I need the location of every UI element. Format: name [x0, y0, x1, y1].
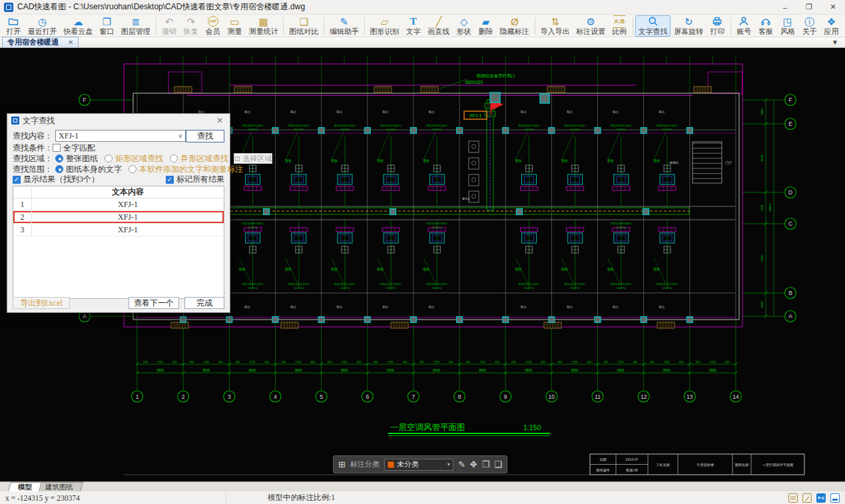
view-next-button[interactable]: 查看下一个 [129, 297, 179, 309]
close-icon[interactable]: ✕ [821, 0, 845, 15]
annotation-settings-label: 标注设置 [576, 27, 605, 36]
toolbar-about-button[interactable]: ⓘ关于 [798, 15, 820, 37]
whole-drawing-label: 整张图纸 [66, 153, 98, 164]
markup-doc-icon[interactable] [802, 493, 812, 503]
drawing-text-label: 图纸本身的文字 [66, 164, 122, 175]
svg-text:600: 600 [511, 360, 516, 364]
display-icon[interactable] [830, 493, 840, 503]
doc-tab-active[interactable]: 专用宿舍楼暖通 ✕ [2, 37, 79, 47]
result-row[interactable]: 3 XFJ-1 [13, 224, 224, 236]
toolbar-draw-line-button[interactable]: ╱画直线 [424, 15, 453, 37]
radio-drawing-text[interactable] [55, 165, 63, 173]
radio-poly-region[interactable] [170, 154, 178, 162]
toolbar-recent-open-button[interactable]: ◷最近打开 [25, 15, 61, 37]
p0-badge-icon[interactable]: P-0 [816, 493, 826, 503]
toolbar-delete-button[interactable]: ▰删除 [475, 15, 497, 37]
whole-word-checkbox[interactable] [53, 144, 61, 152]
tab-close-icon[interactable]: ✕ [68, 39, 73, 46]
toolbar-apps-button[interactable]: ❖应用 [820, 15, 842, 37]
toolbar-shape-recognition-button[interactable]: ▱图形识别 [367, 15, 403, 37]
toolbar-scale-button[interactable]: A:B比例 [609, 15, 631, 37]
scale-icon: A:B [613, 16, 625, 27]
tab-list-filter-icon[interactable]: ▼ [832, 39, 838, 46]
toolbar-screen-rotate-button[interactable]: ↻屏幕旋转 [671, 15, 706, 37]
maximize-icon[interactable]: ❐ [797, 0, 821, 15]
select-region-button[interactable]: ⊡ 选择区域 [234, 153, 272, 164]
minimize-icon[interactable]: – [773, 0, 797, 15]
toolbar-text-button[interactable]: T文字 [402, 15, 424, 37]
toolbar-style-button[interactable]: ◳风格 [776, 15, 798, 37]
export-excel-button[interactable]: 导出到Excel [13, 297, 70, 309]
dialog-close-icon[interactable]: ✕ [214, 116, 226, 126]
toolbar-text-search-button[interactable]: 文字查找 [635, 15, 671, 37]
toolbar-cloud-drive-button[interactable]: ☁快看云盘 [60, 15, 96, 37]
text-search-label: 文字查找 [639, 27, 668, 36]
svg-text:1:150: 1:150 [523, 423, 541, 431]
vip-icon: VIP [208, 16, 218, 27]
region-label: 查找区域： [13, 153, 53, 164]
annotation-move-icon[interactable]: ✥ [470, 459, 477, 469]
result-row-selected[interactable]: 2 XFJ-1 [13, 211, 224, 224]
toolbar-edit-assistant-button[interactable]: ✎编辑助手 [326, 15, 362, 37]
mark-all-checkbox[interactable]: ✓ [166, 176, 174, 184]
combo-caret-icon[interactable]: ∨ [178, 132, 182, 139]
svg-text:宿舍: 宿舍 [331, 158, 338, 162]
toolbar-undo-button[interactable]: ↶撤销 [158, 15, 180, 37]
toolbar-import-export-button[interactable]: ⇅导入导出 [537, 15, 573, 37]
toolbar-layer-manager-button[interactable]: ≣图层管理 [118, 15, 154, 37]
search-input[interactable]: XFJ-1 ∨ [55, 130, 186, 142]
svg-text:宿舍: 宿舍 [607, 267, 614, 271]
svg-text:一层空调风管平面图: 一层空调风管平面图 [390, 423, 465, 432]
rect-region-label: 矩形区域查找 [115, 153, 163, 164]
sheet-tab-arch[interactable]: 建筑图纸 [35, 482, 83, 491]
radio-rect-region[interactable] [105, 154, 113, 162]
done-button[interactable]: 完成 [184, 297, 224, 309]
toolbar-redo-button[interactable]: ↷恢复 [180, 15, 202, 37]
svg-text:阳台: 阳台 [567, 306, 573, 309]
svg-text:宿舍: 宿舍 [515, 267, 522, 271]
toolbar-annotation-settings-button[interactable]: ⚙标注设置 [573, 15, 609, 37]
dialog-title-bar[interactable]: 文字查找 ✕ [7, 114, 230, 127]
toolbar-print-button[interactable]: 打印 [706, 15, 728, 37]
whole-word-label: 全字匹配 [63, 142, 95, 154]
find-button[interactable]: 查找 [186, 130, 224, 142]
select-region-icon: ⊡ [234, 154, 240, 163]
svg-text:阳台: 阳台 [429, 306, 435, 309]
svg-text:阳台: 阳台 [567, 111, 573, 114]
sheet-tab-model[interactable]: 模型 [8, 482, 42, 491]
svg-text:1750: 1750 [203, 360, 210, 364]
svg-text:4: 4 [274, 393, 277, 400]
toolbar-vip-button[interactable]: VIP会员 [202, 15, 224, 37]
toolbar-support-button[interactable]: 客服 [755, 15, 777, 37]
toolbar-window-button[interactable]: ❒窗口 [96, 15, 118, 37]
toolbar-measure-button[interactable]: ▭测量 [224, 15, 246, 37]
result-row[interactable]: 1 XFJ-1 [13, 198, 224, 211]
annotation-edit-icon[interactable]: ✎ [458, 459, 465, 469]
toolbar-open-button[interactable]: 打开 [3, 15, 25, 37]
drawing-canvas[interactable]: 双层活动百叶送风口600X750宿舍阳台双层活动百叶送风口600X750宿舍阳台… [0, 48, 845, 481]
toolbar-account-button[interactable]: 账号 [733, 15, 755, 37]
import-export-icon: ⇅ [551, 16, 559, 27]
annotation-copy-icon[interactable]: ❐ [482, 459, 490, 469]
svg-text:600: 600 [311, 360, 316, 364]
toolbar-measure-stats-button[interactable]: ▦测量统计 [246, 15, 282, 37]
radio-whole-drawing[interactable] [55, 154, 63, 162]
radio-added-text[interactable] [129, 165, 137, 173]
show-results-checkbox[interactable]: ✓ [13, 176, 21, 184]
toolbar-drawing-compare-button[interactable]: ❏图纸对比 [286, 15, 322, 37]
svg-text:阳台: 阳台 [336, 111, 342, 114]
svg-text:宿舍: 宿舍 [239, 267, 246, 271]
svg-text:3600: 3600 [387, 368, 394, 372]
svg-text:600X750: 600X750 [617, 287, 626, 290]
svg-text:5400: 5400 [760, 255, 764, 262]
svg-text:双层活动百叶送风口: 双层活动百叶送风口 [565, 282, 586, 286]
toolbar-hide-annotations-button[interactable]: Ø隐藏标注 [497, 15, 533, 37]
annotation-grid-icon[interactable]: ⊞ [338, 459, 346, 469]
svg-text:16800: 16800 [768, 204, 772, 212]
annotation-paste-icon[interactable]: ❏ [494, 459, 502, 469]
svg-text:600X750: 600X750 [432, 287, 441, 290]
toolbar-shapes-button[interactable]: ◇形状 [453, 15, 475, 37]
annotation-category-dropdown[interactable]: 未分类 ▾ [384, 459, 453, 471]
svg-text:阳台: 阳台 [383, 306, 389, 309]
pdf-doc-icon[interactable] [788, 493, 798, 503]
